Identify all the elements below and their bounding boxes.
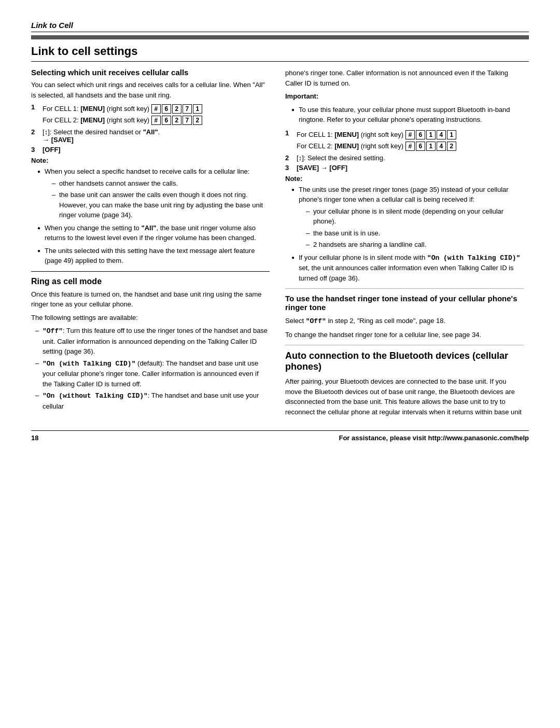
rkey-hash: # (405, 130, 415, 139)
section2-intro: Once this feature is turned on, the hand… (31, 289, 270, 310)
page-header: Link to Cell (31, 21, 529, 32)
ring-setting-on-without: "On (without Talking CID)": The handset … (35, 390, 270, 411)
key-1: 1 (193, 104, 202, 114)
right-step1-cell2-label: For CELL 2: [MENU] (right soft key) (297, 142, 403, 150)
right-step2-detail: [↕]: Select the desired setting. (297, 154, 524, 162)
rkey-4b: 4 (437, 142, 446, 151)
notes-left: When you select a specific handset to re… (31, 166, 270, 266)
step3-left: 3 [OFF] (31, 146, 270, 153)
note-label-right: Note: (285, 175, 524, 183)
step1-detail: For CELL 1: [MENU] (right soft key) # 6 … (43, 103, 270, 126)
right-step2: 2 [↕]: Select the desired setting. (285, 154, 524, 162)
note-item-3: The units selected with this setting hav… (37, 246, 270, 266)
key-2c: 2 (193, 116, 202, 125)
step3-detail: [OFF] (43, 146, 270, 153)
rkey-4: 4 (437, 130, 446, 139)
section1-title: Selecting which unit receives cellular c… (31, 68, 270, 77)
right-step2-num: 2 (285, 154, 293, 162)
right-divider-1 (285, 288, 524, 289)
right-note-sub-1c: 2 handsets are sharing a landline call. (306, 240, 524, 250)
handset-ringer-text2: To change the handset ringer tone for a … (285, 330, 524, 340)
rkey-6b: 6 (416, 142, 425, 151)
right-note-sub-1a: your cellular phone is in silent mode (d… (306, 206, 524, 227)
right-step3-num: 3 (285, 164, 293, 172)
rkey-1: 1 (426, 130, 436, 139)
auto-connection-title: Auto connection to the Bluetooth devices… (285, 351, 524, 372)
page-footer: 18 For assistance, please visit http://w… (31, 430, 529, 442)
page-wrapper: Link to Cell Link to cell settings Selec… (31, 21, 529, 442)
auto-connection-text: After pairing, your Bluetooth devices ar… (285, 376, 524, 417)
section2-title: Ring as cell mode (31, 277, 270, 286)
rkey-1b: 1 (447, 130, 456, 139)
right-note-2: If your cellular phone is in silent mode… (291, 253, 524, 284)
important-label: Important: (285, 91, 524, 102)
ring-setting-on-with: "On (with Talking CID)" (default): The h… (35, 358, 270, 389)
step1-keys2: # 6 2 7 2 (151, 116, 202, 125)
step2-num: 2 (31, 128, 39, 144)
two-column-layout: Selecting which unit receives cellular c… (31, 68, 529, 420)
right-divider-2 (285, 345, 524, 345)
key-2: 2 (172, 104, 181, 114)
right-step1-cell1-label: For CELL 1: [MENU] (right soft key) (297, 131, 403, 138)
key-6b: 6 (162, 116, 171, 125)
right-step1-keys1: # 6 1 4 1 (405, 130, 456, 139)
right-step1-num: 1 (285, 129, 293, 152)
key-2b: 2 (172, 116, 181, 125)
handset-ringer-text1: Select "Off" in step 2, "Ring as cell mo… (285, 316, 524, 327)
step1-left: 1 For CELL 1: [MENU] (right soft key) # … (31, 103, 270, 126)
note-sublist-1: other handsets cannot answer the calls. … (45, 178, 270, 220)
step2-text: [↕]: Select the desired handset or "All"… (43, 128, 160, 136)
step3-off: [OFF] (43, 146, 61, 153)
right-step2-text: [↕]: Select the desired setting. (297, 154, 385, 162)
section1-intro: You can select which unit rings and rece… (31, 80, 270, 100)
handset-ringer-title: To use the handset ringer tone instead o… (285, 294, 524, 312)
step1-cell1-label: For CELL 1: [MENU] (right soft key) (43, 105, 149, 113)
rkey-hash2: # (405, 142, 415, 151)
step2-save: → [SAVE] (43, 136, 74, 144)
note-sub-1a: other handsets cannot answer the calls. (52, 178, 270, 189)
important-list: To use this feature, your cellular phone… (285, 105, 524, 125)
step1-num: 1 (31, 103, 39, 126)
ring-setting-off: "Off": Turn this feature off to use the … (35, 326, 270, 357)
key-hash: # (151, 104, 161, 114)
right-step1: 1 For CELL 1: [MENU] (right soft key) # … (285, 129, 524, 152)
footer-assistance-text: For assistance, please visit http://www.… (339, 434, 529, 442)
key-7b: 7 (183, 116, 192, 125)
section-divider-1 (31, 271, 270, 272)
key-6: 6 (162, 104, 171, 114)
right-note-1: The units use the preset ringer tones (p… (291, 185, 524, 250)
important-item-1: To use this feature, your cellular phone… (291, 105, 524, 125)
rkey-1c: 1 (426, 142, 436, 151)
key-7: 7 (183, 104, 192, 114)
step1-cell2-label: For CELL 2: [MENU] (right soft key) (43, 116, 149, 124)
right-note-1-sub: your cellular phone is in silent mode (d… (299, 206, 524, 250)
right-column: phone's ringer tone. Caller information … (285, 68, 524, 420)
step2-detail: [↕]: Select the desired handset or "All"… (43, 128, 270, 144)
note-label-left: Note: (31, 157, 270, 164)
step3-num: 3 (31, 146, 39, 153)
section2-available: The following settings are available: (31, 313, 270, 323)
notes-right: The units use the preset ringer tones (p… (285, 185, 524, 284)
ring-settings-list: "Off": Turn this feature off to use the … (31, 326, 270, 411)
note-item-1: When you select a specific handset to re… (37, 166, 270, 220)
left-column: Selecting which unit receives cellular c… (31, 68, 270, 420)
right-step1-keys2: # 6 1 4 2 (405, 142, 456, 151)
right-intro-text: phone's ringer tone. Caller information … (285, 68, 524, 88)
rkey-2: 2 (447, 142, 456, 151)
step1-keys1: # 6 2 7 1 (151, 104, 202, 114)
right-step1-detail: For CELL 1: [MENU] (right soft key) # 6 … (297, 129, 524, 152)
right-step3: 3 [SAVE] → [OFF] (285, 164, 524, 172)
main-title: Link to cell settings (31, 45, 529, 62)
note-sub-1b: the base unit can answer the calls even … (52, 190, 270, 220)
note-item-2: When you change the setting to "All", th… (37, 223, 270, 243)
right-step3-detail: [SAVE] → [OFF] (297, 164, 524, 172)
section-header-bar (31, 35, 529, 39)
rkey-6: 6 (416, 130, 425, 139)
key-hash2: # (151, 116, 161, 125)
step2-left: 2 [↕]: Select the desired handset or "Al… (31, 128, 270, 144)
right-note-sub-1b: the base unit is in use. (306, 228, 524, 239)
footer-page-number: 18 (31, 434, 38, 442)
header-title: Link to Cell (31, 21, 73, 30)
right-step3-text: [SAVE] → [OFF] (297, 164, 347, 172)
